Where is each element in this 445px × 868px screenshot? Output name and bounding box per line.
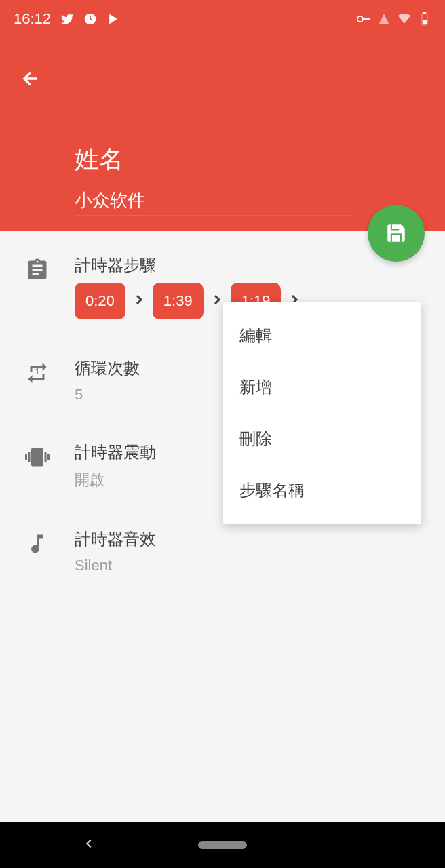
header: 姓名 xyxy=(0,38,445,231)
context-menu: 編輯 新增 刪除 步驟名稱 xyxy=(223,302,421,524)
sound-content: 計時器音效 Silent xyxy=(75,527,425,574)
status-time: 16:12 xyxy=(14,10,51,28)
svg-text:1: 1 xyxy=(35,367,40,376)
sound-value: Silent xyxy=(75,557,425,574)
save-fab[interactable] xyxy=(368,205,425,262)
svg-rect-4 xyxy=(423,20,427,24)
step-chip[interactable]: 0:20 xyxy=(75,283,125,319)
nav-home-pill[interactable] xyxy=(198,841,247,849)
clipboard-icon xyxy=(20,253,54,287)
play-icon xyxy=(107,12,120,26)
sound-label: 計時器音效 xyxy=(75,528,425,550)
twitter-icon xyxy=(60,12,74,26)
svg-rect-5 xyxy=(423,12,426,14)
status-right xyxy=(357,12,431,26)
battery-icon xyxy=(418,12,431,26)
repeat-icon: 1 xyxy=(20,356,54,390)
sound-row[interactable]: 計時器音效 Silent xyxy=(0,519,445,583)
timer-steps-label: 計時器步驟 xyxy=(75,254,425,276)
name-section: 姓名 xyxy=(20,143,425,216)
status-left: 16:12 xyxy=(14,10,120,28)
back-button[interactable] xyxy=(17,65,44,92)
wifi-icon xyxy=(398,12,411,26)
step-chip[interactable]: 1:39 xyxy=(153,283,204,319)
nav-back-button[interactable] xyxy=(81,836,96,854)
name-label: 姓名 xyxy=(75,143,425,176)
clock-icon xyxy=(83,12,97,26)
status-bar: 16:12 xyxy=(0,0,445,38)
svg-rect-2 xyxy=(362,18,370,20)
navigation-bar xyxy=(0,822,445,868)
name-input[interactable] xyxy=(75,190,353,216)
chevron-right-icon xyxy=(130,292,149,311)
music-note-icon xyxy=(20,527,54,561)
vpn-icon xyxy=(357,12,370,26)
vibration-icon xyxy=(20,440,54,474)
menu-item-add[interactable]: 新增 xyxy=(223,361,421,413)
menu-item-step-name[interactable]: 步驟名稱 xyxy=(223,465,421,516)
signal-icon xyxy=(377,12,391,26)
menu-item-edit[interactable]: 編輯 xyxy=(223,310,421,361)
menu-item-delete[interactable]: 刪除 xyxy=(223,413,421,465)
